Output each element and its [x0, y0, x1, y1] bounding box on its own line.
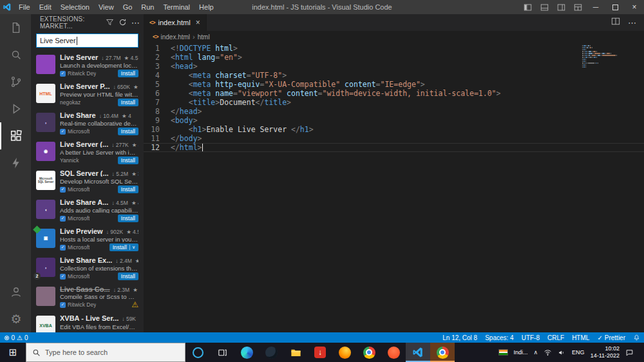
extensions-search-input[interactable]: Live Server	[36, 33, 138, 48]
cursor-position-status[interactable]: Ln 12, Col 8	[439, 332, 481, 343]
minimize-button[interactable]: ─	[586, 0, 605, 14]
edge-icon[interactable]	[234, 343, 259, 362]
install-button[interactable]: Install	[118, 70, 138, 77]
taskbar-search-input[interactable]: Type here to search	[26, 343, 185, 362]
extension-item[interactable]: Live Sass Co...↓ 2.3M★ 4.5Compile Sass o…	[31, 282, 144, 311]
notifications-bell-icon[interactable]	[629, 332, 644, 343]
account-icon[interactable]	[0, 278, 31, 305]
volume-icon[interactable]	[558, 348, 566, 357]
extension-item[interactable]: Live Server↓ 27.7M★ 4.5Launch a developm…	[31, 50, 144, 79]
search-icon[interactable]	[0, 41, 31, 68]
encoding-status[interactable]: UTF-8	[518, 332, 544, 343]
deprecated-warning-icon[interactable]: ⚠	[131, 300, 138, 309]
vscode-taskbar-icon[interactable]	[406, 343, 430, 362]
chrome-icon[interactable]	[357, 343, 381, 362]
sidebar-header: EXTENSIONS: MARKET... ⋯	[31, 14, 144, 31]
download-manager-icon[interactable]: ↓	[308, 343, 332, 362]
extension-item[interactable]: ▣Live Preview↓ 902K★ 4.5Hosts a local se…	[31, 224, 144, 253]
chrome-window-icon[interactable]	[430, 343, 455, 362]
menu-edit[interactable]: Edit	[35, 0, 56, 14]
tab-close-icon[interactable]: ×	[196, 18, 200, 27]
code-line[interactable]: 12</html>	[144, 143, 644, 152]
brave-icon[interactable]	[381, 343, 406, 362]
menu-view[interactable]: View	[94, 0, 118, 14]
code-line[interactable]: 2<html lang="en">	[144, 53, 644, 62]
toggle-secondary-sidebar-icon[interactable]	[553, 0, 569, 14]
refresh-icon[interactable]	[118, 18, 127, 28]
close-button[interactable]: ×	[625, 0, 644, 14]
firefox-icon[interactable]	[332, 343, 357, 362]
explorer-icon[interactable]	[0, 14, 31, 41]
extension-item[interactable]: XVBAXVBA - Live Ser...↓ 59K★ 4.5Edit VBA…	[31, 311, 144, 332]
extension-item[interactable]: HTMLLive Server P...↓ 650K★ 3.5Preview y…	[31, 79, 144, 108]
problems-status[interactable]: ⊗ 0 ⚠ 0	[0, 332, 32, 343]
maximize-button[interactable]	[605, 0, 625, 14]
code-line[interactable]: 7 <title>Document</title>	[144, 98, 644, 107]
extension-item[interactable]: ◗Live Share↓ 10.4M★ 4Real-time collabora…	[31, 108, 144, 137]
install-button[interactable]: Install	[118, 157, 138, 164]
clock[interactable]: 10:02 14-11-2022	[591, 345, 620, 359]
toggle-sidebar-icon[interactable]	[519, 0, 536, 14]
file-explorer-icon[interactable]	[283, 343, 308, 362]
code-line[interactable]: 3<head>	[144, 62, 644, 71]
language-indicator[interactable]: Indi...	[514, 349, 528, 356]
code-editor[interactable]: 1<!DOCTYPE html>2<html lang="en">3<head>…	[144, 43, 644, 332]
customize-layout-icon[interactable]	[569, 0, 586, 14]
task-view-icon[interactable]	[210, 343, 234, 362]
cortana-icon[interactable]	[185, 343, 210, 362]
tray-time: 10:02	[591, 345, 620, 352]
tray-expand-icon[interactable]: ∧	[534, 349, 538, 356]
breadcrumb-file[interactable]: index.html	[161, 33, 191, 41]
menu-terminal[interactable]: Terminal	[159, 0, 195, 14]
split-editor-icon[interactable]	[611, 17, 620, 28]
code-line[interactable]: 5 <meta http-equiv="X-UA-Compatible" con…	[144, 80, 644, 89]
extension-item[interactable]: ◉Live Server (...↓ 277K★ 4.5A better Liv…	[31, 137, 144, 166]
install-dropdown-icon[interactable]: ∨	[129, 245, 135, 250]
code-line[interactable]: 1<!DOCTYPE html>	[144, 44, 644, 53]
code-line[interactable]: 6 <meta name="viewport" content="width=d…	[144, 89, 644, 98]
menu-go[interactable]: Go	[118, 0, 137, 14]
more-actions-icon[interactable]: ⋯	[131, 19, 140, 27]
live-share-activity-icon[interactable]	[0, 149, 31, 176]
source-control-icon[interactable]	[0, 68, 31, 95]
line-number: 10	[144, 125, 171, 134]
eol-status[interactable]: CRLF	[544, 332, 568, 343]
breadcrumb[interactable]: <> index.html › html	[144, 31, 644, 43]
run-debug-icon[interactable]	[0, 95, 31, 122]
start-button[interactable]: ⊞	[0, 343, 26, 362]
breadcrumb-file-icon: <>	[153, 33, 158, 40]
network-icon[interactable]	[544, 348, 552, 357]
install-button[interactable]: Install	[118, 214, 138, 222]
code-line[interactable]: 9<body>	[144, 116, 644, 125]
install-button[interactable]: Install	[118, 272, 138, 280]
language-mode-status[interactable]: HTML	[568, 332, 593, 343]
keyboard-layout[interactable]: ENG	[572, 349, 585, 356]
extensions-icon[interactable]	[0, 122, 31, 149]
menu-help[interactable]: Help	[194, 0, 218, 14]
menu-run[interactable]: Run	[137, 0, 158, 14]
code-line[interactable]: 8</head>	[144, 107, 644, 116]
dark-browser-icon[interactable]	[259, 343, 283, 362]
menu-file[interactable]: File	[14, 0, 35, 14]
install-button[interactable]: Install∨	[109, 243, 138, 251]
prettier-status[interactable]: ✓ Prettier	[593, 332, 629, 343]
code-line[interactable]: 10 <h1>Enable Live Server </h1>	[144, 125, 644, 134]
editor-more-icon[interactable]: ⋯	[628, 19, 636, 27]
extension-item[interactable]: ◖Live Share A...↓ 4.5M★ 4.5Adds audio ca…	[31, 195, 144, 224]
menu-selection[interactable]: Selection	[56, 0, 94, 14]
code-line[interactable]: 11</body>	[144, 134, 644, 143]
settings-gear-icon[interactable]: ⚙	[0, 305, 31, 332]
install-button[interactable]: Install	[118, 128, 138, 135]
install-button[interactable]: Install	[118, 99, 138, 106]
action-center-icon[interactable]	[625, 348, 634, 357]
install-button[interactable]: Install	[118, 186, 138, 193]
tab-index-html[interactable]: <> index.html ×	[144, 14, 207, 31]
minimap[interactable]	[582, 45, 623, 68]
extension-item[interactable]: Microsoft SQL ServerSQL Server (...↓ 5.2…	[31, 166, 144, 195]
breadcrumb-symbol[interactable]: html	[198, 33, 210, 41]
extension-item[interactable]: ◗2Live Share Ex...↓ 2.4M★ 4.5Collection …	[31, 253, 144, 282]
indentation-status[interactable]: Spaces: 4	[481, 332, 517, 343]
toggle-panel-icon[interactable]	[536, 0, 553, 14]
filter-icon[interactable]	[106, 18, 114, 28]
code-line[interactable]: 4 <meta charset="UTF-8">	[144, 71, 644, 80]
